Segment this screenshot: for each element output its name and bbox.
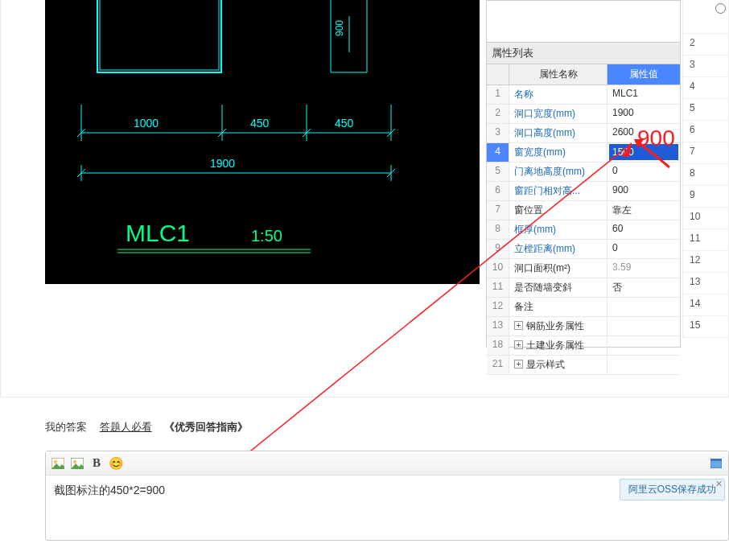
- right-num-row[interactable]: 5: [682, 99, 729, 121]
- property-row-label: +显示样式: [509, 356, 608, 374]
- right-num: 8: [683, 164, 695, 179]
- property-row-label: 备注: [509, 298, 608, 316]
- property-row[interactable]: 12备注: [487, 298, 680, 317]
- dim-450a: 450: [250, 117, 270, 130]
- property-row-value[interactable]: MLC1: [608, 85, 680, 104]
- right-num: 7: [683, 142, 695, 157]
- right-num-row[interactable]: 15: [682, 316, 729, 338]
- property-row-label: 框厚(mm): [509, 220, 608, 239]
- cad-scale: 1:50: [251, 227, 282, 245]
- property-row[interactable]: 1名称MLC1: [487, 85, 680, 105]
- property-row[interactable]: 10洞口面积(m²)3.59: [487, 259, 680, 278]
- cad-viewport: 900 1000 450 450 1900 MLC1 1:50: [45, 0, 480, 284]
- right-num: 6: [683, 121, 695, 135]
- property-row-value[interactable]: [608, 336, 680, 355]
- right-num: 10: [683, 208, 700, 222]
- property-row-value[interactable]: 靠左: [608, 201, 680, 220]
- property-row-value[interactable]: [608, 298, 680, 316]
- image-icon[interactable]: [51, 456, 65, 471]
- property-row-num: 7: [487, 201, 509, 220]
- save-toast: 阿里云OSS保存成功 ✕: [620, 479, 725, 500]
- right-num: 15: [683, 316, 700, 331]
- property-row[interactable]: 9立樘距离(mm)0: [487, 240, 680, 259]
- expand-icon[interactable]: +: [514, 340, 523, 349]
- emoji-icon[interactable]: 😊: [109, 456, 123, 471]
- svg-point-26: [54, 460, 57, 463]
- expand-icon[interactable]: +: [514, 360, 523, 369]
- property-row-value[interactable]: 3.59: [608, 259, 680, 278]
- property-row-label: 窗宽度(mm): [509, 143, 608, 162]
- property-row-num: 1: [487, 85, 509, 104]
- dim-900: 900: [334, 20, 345, 36]
- answer-hint-link[interactable]: 答题人必看: [100, 421, 152, 433]
- right-num-row[interactable]: 11: [682, 229, 729, 251]
- property-row-value[interactable]: [608, 356, 680, 374]
- property-row-value[interactable]: 1900: [608, 105, 680, 123]
- right-num-row[interactable]: 14: [682, 294, 729, 316]
- property-panel: 属性列表 属性名称 属性值 1名称MLC12洞口宽度(mm)19003洞口高度(…: [486, 0, 681, 348]
- right-num-row[interactable]: 2: [682, 34, 729, 56]
- property-row-label: 窗距门相对高...: [509, 182, 608, 200]
- property-row-num: 2: [487, 105, 509, 123]
- property-row-label: 洞口宽度(mm): [509, 105, 608, 123]
- right-num: 2: [683, 34, 695, 48]
- right-num-row[interactable]: 10: [682, 208, 729, 229]
- property-row-num: 18: [487, 336, 509, 355]
- property-row-value[interactable]: 否: [608, 278, 680, 297]
- property-row[interactable]: 7窗位置靠左: [487, 201, 680, 220]
- property-blank: [487, 1, 680, 43]
- property-row-label: 立樘距离(mm): [509, 240, 608, 258]
- right-num-row[interactable]: 7: [682, 142, 729, 164]
- right-num-row[interactable]: 3: [682, 56, 729, 77]
- property-row-value[interactable]: [608, 317, 680, 336]
- property-row[interactable]: 2洞口宽度(mm)1900: [487, 105, 680, 124]
- right-num-row[interactable]: 6: [682, 121, 729, 142]
- property-row-label: 门离地高度(mm): [509, 163, 608, 181]
- right-num: 13: [683, 273, 700, 287]
- property-row-value[interactable]: 900: [608, 182, 680, 200]
- editor-body[interactable]: 截图标注的450*2=900 阿里云OSS保存成功 ✕: [46, 476, 728, 540]
- dim-1000: 1000: [134, 117, 159, 130]
- svg-rect-1: [100, 0, 219, 70]
- property-row[interactable]: 21+显示样式: [487, 356, 680, 375]
- answer-guide-link[interactable]: 《优秀回答指南》: [164, 421, 248, 433]
- property-row-label: 洞口面积(m²): [509, 259, 608, 278]
- property-row[interactable]: 13+钢筋业务属性: [487, 317, 680, 336]
- property-row[interactable]: 5门离地高度(mm)0: [487, 163, 680, 182]
- right-num-row[interactable]: 12: [682, 251, 729, 273]
- property-row[interactable]: 11是否随墙变斜否: [487, 278, 680, 298]
- svg-rect-30: [710, 459, 722, 461]
- property-row-value[interactable]: 0: [608, 240, 680, 258]
- right-num-row[interactable]: 9: [682, 186, 729, 208]
- expand-icon[interactable]: +: [514, 321, 523, 330]
- right-num-row[interactable]: 8: [682, 164, 729, 186]
- right-num-row[interactable]: 4: [682, 77, 729, 99]
- property-row[interactable]: 8框厚(mm)60: [487, 220, 680, 240]
- property-row[interactable]: 18+土建业务属性: [487, 336, 680, 356]
- right-num-row[interactable]: 13: [682, 273, 729, 294]
- property-row-num: 21: [487, 356, 509, 374]
- dim-450b: 450: [335, 117, 354, 130]
- right-num: 3: [683, 56, 695, 70]
- svg-point-28: [73, 460, 76, 463]
- editor-content: 截图标注的450*2=900: [54, 484, 165, 496]
- property-row-num: 10: [487, 259, 509, 278]
- image2-icon[interactable]: [70, 456, 84, 471]
- close-icon[interactable]: ✕: [715, 479, 723, 489]
- property-row-num: 8: [487, 220, 509, 239]
- header-value[interactable]: 属性值: [608, 64, 680, 84]
- property-row[interactable]: 6窗距门相对高...900: [487, 182, 680, 201]
- property-row-num: 5: [487, 163, 509, 181]
- property-row-num: 9: [487, 240, 509, 258]
- property-row-num: 3: [487, 124, 509, 142]
- bold-icon[interactable]: B: [89, 456, 104, 471]
- svg-rect-0: [97, 0, 221, 72]
- my-answer-label: 我的答案: [45, 421, 87, 433]
- property-row-value[interactable]: 0: [608, 163, 680, 181]
- property-panel-title: 属性列表: [487, 43, 680, 64]
- property-row-value[interactable]: 60: [608, 220, 680, 239]
- right-num-row[interactable]: [682, 0, 729, 34]
- header-name: 属性名称: [509, 64, 608, 84]
- fullscreen-icon[interactable]: [709, 456, 723, 471]
- property-row-num: 13: [487, 317, 509, 336]
